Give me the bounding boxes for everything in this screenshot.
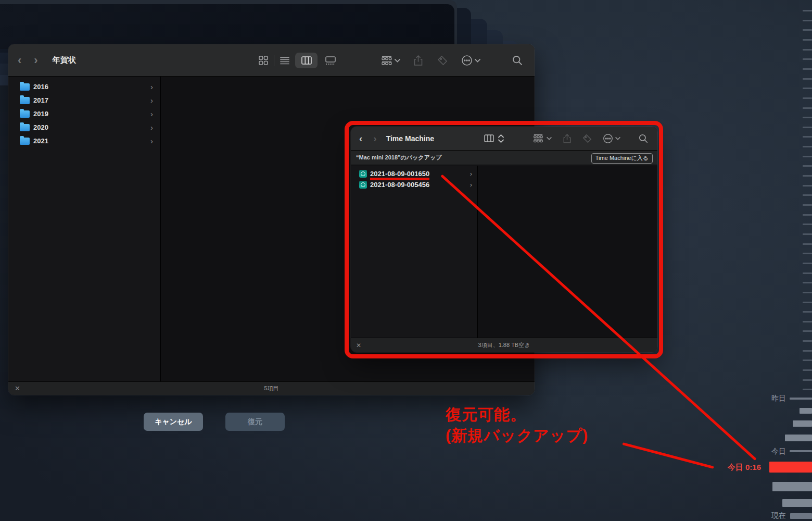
folder-name: 2017 [33, 96, 48, 104]
folder-icon [20, 138, 30, 145]
group-by-icon[interactable] [381, 56, 392, 65]
search-icon[interactable] [512, 55, 523, 66]
timeline-tick [803, 20, 812, 21]
folder-list: 2016 › 2017 › 2019 › 2020 › 2021 › [8, 77, 160, 147]
timeline-tick [803, 302, 812, 303]
timeline-tick [803, 292, 812, 293]
backup-name: 2021-08-09-005456 [370, 181, 429, 189]
chevron-down-icon [395, 58, 400, 63]
timeline-bar[interactable] [790, 398, 812, 400]
finder-toolbar: ‹ › 年賀状 [8, 44, 535, 77]
timeline-tick [803, 233, 812, 235]
timeline-tick [803, 321, 812, 322]
timeline-tick [803, 263, 812, 264]
tm-statusbar: ✕ 3項目、1.88 TB空き [351, 338, 657, 352]
folder-name: 2016 [33, 83, 48, 91]
timeline-tick [803, 194, 812, 196]
sort-updown-icon[interactable] [498, 134, 504, 143]
timeline-tick [803, 146, 812, 147]
time-machine-disk-icon [359, 181, 367, 189]
back-button[interactable]: ‹ [18, 55, 21, 66]
timeline-tick [803, 117, 812, 118]
back-button[interactable]: ‹ [359, 133, 362, 143]
timeline-tick [803, 127, 812, 128]
timeline-tick [803, 272, 812, 274]
timeline-bar[interactable] [793, 420, 812, 427]
gallery-view-icon[interactable] [325, 56, 336, 65]
item-count: 5項目 [8, 384, 535, 392]
list-view-icon[interactable] [280, 56, 289, 65]
timeline-label: 今日 [755, 447, 786, 456]
chevron-right-icon: › [470, 170, 472, 178]
tm-toolbar: ‹ › Time Machine [351, 127, 657, 151]
finder-statusbar: ✕ 5項目 [8, 381, 535, 395]
chevron-right-icon: › [150, 109, 153, 118]
folder-row[interactable]: 2019 › [8, 107, 160, 120]
time-machine-desktop: 昨日今日現在 今日 0:16 ‹ › 年賀状 [0, 0, 812, 521]
timeline-tick [803, 136, 812, 138]
folder-name: 2020 [33, 123, 48, 131]
timeline-bar[interactable] [790, 450, 812, 452]
timeline-tick [803, 97, 812, 99]
folder-row[interactable]: 2017 › [8, 93, 160, 107]
chevron-right-icon: › [470, 181, 472, 189]
timeline-tick [803, 185, 812, 187]
timeline-bar[interactable] [769, 462, 812, 473]
timeline-tick [803, 224, 812, 225]
forward-button[interactable]: › [373, 133, 376, 143]
timeline-tick [803, 58, 812, 60]
timeline-bar[interactable] [800, 408, 812, 414]
timeline-label: 昨日 [755, 394, 786, 403]
annotation-line1: 復元可能。 [446, 404, 588, 425]
column-view-icon[interactable] [295, 53, 318, 68]
folder-row[interactable]: 2021 › [8, 134, 160, 147]
finder-column-1: 2016 › 2017 › 2019 › 2020 › 2021 › [8, 77, 160, 382]
restore-button[interactable]: 復元 [225, 413, 285, 431]
timeline-bar[interactable] [782, 499, 812, 507]
grid-view-icon[interactable] [259, 56, 268, 65]
folder-row[interactable]: 2016 › [8, 80, 160, 93]
column-divider[interactable] [160, 77, 161, 382]
chevron-right-icon: › [150, 137, 153, 145]
tag-icon[interactable] [582, 134, 592, 143]
timeline-tick [803, 369, 812, 371]
column-divider[interactable] [477, 166, 478, 338]
forward-button[interactable]: › [34, 55, 37, 66]
more-icon[interactable] [603, 133, 613, 144]
toolbar-divider [274, 55, 274, 66]
folder-icon [20, 124, 30, 131]
backup-name: 2021-08-09-001650 [370, 170, 429, 178]
time-machine-window: ‹ › Time Machine [351, 127, 657, 352]
timeline-tick [803, 330, 812, 332]
tm-header-bar: “Mac mini 2018”のバックアップ Time Machineに入る [351, 151, 657, 165]
backup-row[interactable]: 2021-08-09-001650 › [351, 168, 477, 179]
chevron-right-icon: › [150, 82, 153, 91]
folder-row[interactable]: 2020 › [8, 120, 160, 134]
timeline-tick [803, 68, 812, 70]
more-icon[interactable] [461, 55, 473, 66]
tm-content: 2021-08-09-001650 › 2021-08-09-005456 › [351, 166, 657, 338]
chevron-right-icon: › [150, 123, 153, 132]
timeline-label: 現在 [755, 511, 786, 520]
enter-time-machine-button[interactable]: Time Machineに入る [591, 153, 653, 164]
share-icon[interactable] [563, 134, 571, 143]
column-view-icon[interactable] [484, 134, 494, 142]
timeline-tick [803, 88, 812, 89]
timeline-bar[interactable] [790, 513, 812, 519]
share-icon[interactable] [414, 55, 423, 66]
tag-icon[interactable] [437, 55, 448, 66]
cancel-button[interactable]: キャンセル [144, 413, 203, 431]
timeline-tick [803, 253, 812, 254]
backup-source-label: “Mac mini 2018”のバックアップ [356, 154, 441, 162]
timeline-selected-label: 今日 0:16 [678, 463, 761, 473]
group-by-icon[interactable] [533, 134, 543, 143]
search-icon[interactable] [639, 134, 648, 143]
folder-name: 2021 [33, 137, 48, 145]
timeline-tick [803, 214, 812, 216]
annotation-line2: (新規バックアップ) [446, 425, 588, 446]
timeline-bar[interactable] [785, 435, 812, 441]
stacked-window-layer [0, 4, 454, 49]
timeline-bar[interactable] [772, 482, 812, 491]
timeline-tick [803, 340, 812, 342]
timeline-tick [803, 243, 812, 245]
